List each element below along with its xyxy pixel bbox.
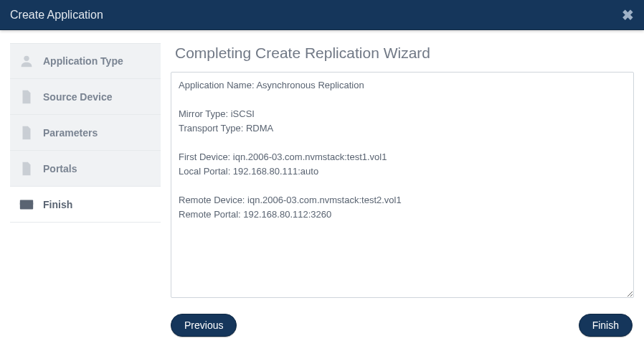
step-label: Parameters xyxy=(43,127,98,139)
svg-point-0 xyxy=(24,56,29,61)
svg-rect-8 xyxy=(24,168,29,169)
file-icon xyxy=(19,89,34,105)
svg-rect-3 xyxy=(24,98,28,98)
page-heading: Completing Create Replication Wizard xyxy=(175,45,634,62)
file-icon xyxy=(19,161,34,177)
svg-rect-4 xyxy=(24,130,29,131)
card-icon xyxy=(19,197,34,213)
svg-rect-11 xyxy=(20,202,33,205)
dialog-body: Application Type Source Device Parameter… xyxy=(0,30,644,364)
dialog-titlebar: Create Application ✖ xyxy=(0,0,644,30)
step-label: Portals xyxy=(43,163,77,174)
svg-rect-2 xyxy=(24,96,29,97)
button-row: Previous Finish xyxy=(171,314,634,337)
step-label: Finish xyxy=(43,199,72,210)
step-parameters[interactable]: Parameters xyxy=(10,115,161,151)
step-application-type[interactable]: Application Type xyxy=(10,43,161,79)
previous-button[interactable]: Previous xyxy=(171,314,237,337)
user-icon xyxy=(19,53,34,69)
step-finish[interactable]: Finish xyxy=(10,187,161,223)
svg-rect-7 xyxy=(24,166,29,167)
file-icon xyxy=(19,125,34,141)
wizard-steps: Application Type Source Device Parameter… xyxy=(10,43,161,364)
svg-rect-9 xyxy=(24,169,28,170)
finish-button[interactable]: Finish xyxy=(579,314,633,337)
svg-rect-5 xyxy=(24,132,29,133)
summary-textarea[interactable] xyxy=(171,72,634,298)
wizard-main: Completing Create Replication Wizard Pre… xyxy=(171,43,634,364)
svg-rect-6 xyxy=(24,134,28,134)
step-source-device[interactable]: Source Device xyxy=(10,79,161,115)
dialog-title: Create Application xyxy=(10,9,103,22)
step-label: Source Device xyxy=(43,91,113,103)
close-icon[interactable]: ✖ xyxy=(622,6,634,24)
svg-rect-1 xyxy=(24,94,29,95)
step-portals[interactable]: Portals xyxy=(10,151,161,187)
step-label: Application Type xyxy=(43,55,123,67)
